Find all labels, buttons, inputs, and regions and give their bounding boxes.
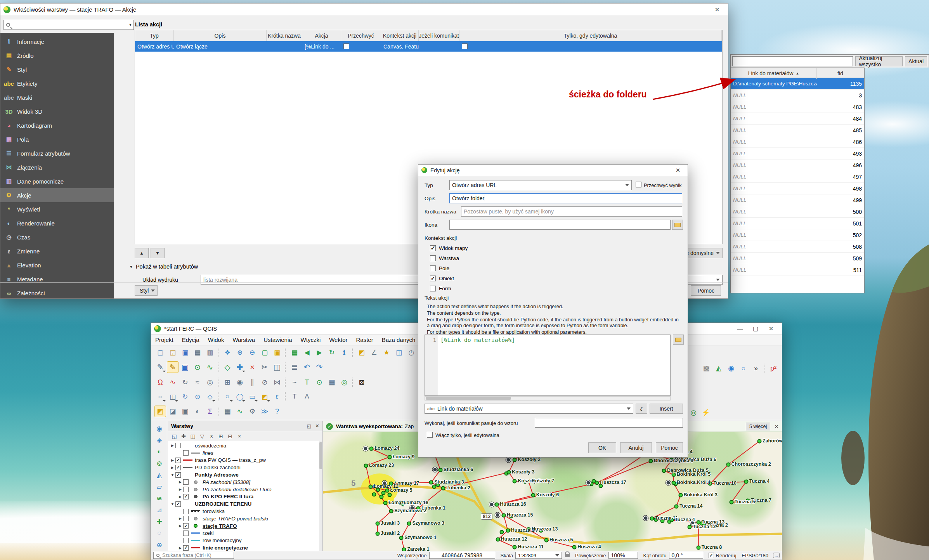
table-row[interactable]: NULL496	[731, 160, 864, 171]
menu-wektor[interactable]: Wektor	[325, 335, 352, 345]
table-row[interactable]: NULL509	[731, 253, 864, 264]
table-row[interactable]: NULL502	[731, 229, 864, 241]
layer-visibility-checkbox[interactable]: ✓	[175, 472, 181, 478]
current-edits-icon[interactable]: ✎	[154, 361, 166, 373]
column-header-fid[interactable]: fid	[817, 68, 864, 79]
layer-item-lines[interactable]: lines	[170, 449, 322, 457]
add-ring-icon[interactable]: ◎	[204, 376, 216, 388]
move-action-down-button[interactable]: ▼	[151, 248, 165, 258]
lock-scale-icon[interactable]	[565, 554, 570, 557]
field-calculator-icon[interactable]: ▦	[222, 406, 233, 417]
tree-arrow-icon[interactable]: ▶	[177, 517, 183, 520]
zoom-last-icon[interactable]: ◀	[301, 347, 313, 358]
update-all-button[interactable]: Aktualizuj wszystko	[855, 56, 903, 66]
action-code-editor[interactable]: 1 [%Link do materiałów%]	[425, 335, 671, 396]
shape-dotted-icon[interactable]: ◌	[154, 528, 165, 538]
scope-checkbox-obiekt[interactable]: ✓	[430, 276, 436, 281]
delete-selected-icon[interactable]: ×	[246, 361, 258, 373]
trace-icon[interactable]: ∿	[167, 376, 179, 388]
add-polygon-feature-icon[interactable]: ◇	[222, 361, 233, 373]
menu-projekt[interactable]: Projekt	[151, 335, 178, 345]
sidebar-item-czas[interactable]: ◷Czas	[0, 230, 114, 244]
shape-triangle-icon[interactable]: ◭	[154, 470, 165, 480]
help-contents-icon[interactable]: ?	[271, 406, 283, 417]
shape-oplus-icon[interactable]: ⊕	[154, 540, 165, 550]
table-row[interactable]: NULL486	[731, 136, 864, 148]
tree-arrow-icon[interactable]: ▶	[177, 487, 183, 491]
statistics-icon[interactable]: Σ	[204, 406, 216, 417]
layer-visibility-checkbox[interactable]: ✓	[175, 465, 181, 470]
move-action-up-button[interactable]: ▲	[135, 248, 149, 258]
layer-item-pa-zachodni-35308[interactable]: ▶PA zachodni [35308]	[170, 479, 322, 486]
more-messages-button[interactable]: 5 więcej	[746, 423, 770, 430]
column-header-przechwyć[interactable]: Przechwyć	[341, 30, 381, 41]
sidebar-item-złączenia[interactable]: ⋈Złączenia	[0, 160, 114, 174]
identify-icon[interactable]: ℹ	[338, 347, 350, 358]
layer-item-punkty-adresowe[interactable]: ▼✓Punkty Adresowe	[170, 471, 322, 479]
capture-checkbox[interactable]	[343, 43, 349, 49]
render-checkbox[interactable]: ✓	[709, 553, 714, 558]
manage-map-themes-icon[interactable]: ◫	[188, 432, 198, 440]
sidebar-item-źródło[interactable]: ▤Źródło	[0, 49, 114, 62]
raster-tools-icon[interactable]: ▩	[700, 362, 712, 374]
select-features-icon[interactable]: ◩	[259, 391, 270, 402]
column-header-jeżeli-komunikat[interactable]: Jeżeli komunikat	[419, 30, 459, 41]
zoom-to-selection-icon[interactable]: ▣	[271, 347, 283, 358]
refresh-icon[interactable]: ↻	[326, 347, 338, 358]
table-row[interactable]: NULL499	[731, 194, 864, 206]
chart-icon[interactable]: ∿	[234, 406, 246, 417]
grid-icon[interactable]: ▦	[326, 376, 338, 388]
filter-by-expression-icon[interactable]: ε	[207, 432, 216, 440]
layer-item-linie-energetyczne[interactable]: ▶✓linie energetyczne	[170, 544, 322, 551]
table-row[interactable]: NULL3	[731, 90, 864, 101]
editable-only-checkbox[interactable]	[427, 432, 433, 438]
column-header-opis[interactable]: Opis	[174, 30, 267, 41]
merge-features-icon[interactable]: ⋈	[271, 376, 283, 388]
layer-visibility-checkbox[interactable]	[175, 443, 181, 448]
column-header-tylko-gdy-edytowalna[interactable]: Tylko, gdy edytowalna	[459, 30, 722, 41]
add-point-feature-icon[interactable]: ⊙	[192, 361, 203, 373]
layers-scrollbar[interactable]	[319, 441, 322, 551]
sidebar-item-dane-pomocnicze[interactable]: ▥Dane pomocnicze	[0, 174, 114, 188]
layer-visibility-checkbox[interactable]: ✓	[183, 545, 189, 551]
tree-arrow-icon[interactable]: ▶	[177, 495, 183, 499]
tree-arrow-icon[interactable]: ▶	[170, 466, 175, 470]
layer-visibility-checkbox[interactable]: ✓	[175, 501, 181, 507]
reshape-icon[interactable]: ~	[289, 376, 300, 388]
short-name-input[interactable]: Pozostaw puste, by użyć samej ikony	[461, 206, 682, 217]
snapping-icon[interactable]: Ω	[154, 376, 166, 388]
close-black-icon[interactable]: ⊠	[356, 376, 367, 388]
select-rectangle-icon[interactable]: ◩	[356, 347, 367, 358]
remove-layer-icon[interactable]: ×	[235, 432, 244, 440]
processing-toolbox-icon[interactable]: ⚙	[246, 406, 258, 417]
layer-item-pa-zachodni-dodatkowe-i-tura[interactable]: ▶PA zachodni dodatkowe I tura	[170, 486, 322, 493]
label-icon[interactable]: T	[301, 376, 313, 388]
shape-plus-icon[interactable]: ✚	[154, 517, 165, 527]
cut-features-icon[interactable]: ✂	[259, 361, 270, 373]
lightning-icon[interactable]: ⚡	[700, 407, 712, 418]
expand-all-icon[interactable]: ⊞	[216, 432, 225, 440]
offset-curve-icon[interactable]: ∥	[246, 376, 258, 388]
table-row[interactable]: NULL508	[731, 241, 864, 253]
minimize-button[interactable]: —	[732, 323, 748, 335]
table-row[interactable]: NULL485	[731, 125, 864, 136]
save-project-icon[interactable]: ▣	[179, 347, 191, 358]
layer-item-pd-bialski-zachodni[interactable]: ▶✓PD bialski zachodni	[170, 464, 322, 471]
form-annotation-icon[interactable]: A	[301, 391, 313, 402]
undo-icon[interactable]: ↶	[301, 361, 313, 373]
circle-tool-icon[interactable]: ○	[222, 391, 233, 402]
layer-item-rów-melioracyjny[interactable]: rów melioracyjny	[170, 537, 322, 544]
browse-file-button[interactable]	[673, 335, 684, 345]
select-tool-icon[interactable]: ◩	[154, 406, 166, 417]
select-all-icon[interactable]: ▣	[179, 406, 191, 417]
scope-checkbox-warstwa[interactable]	[430, 255, 436, 261]
action-row[interactable]: Otwórz adres URLOtwórz łącze[%Link do ..…	[135, 41, 722, 52]
simplify-feature-icon[interactable]: ≈	[192, 376, 203, 388]
open-layer-styling-icon[interactable]: ◱	[170, 432, 179, 440]
filter-legend-icon[interactable]: ▽	[198, 432, 207, 440]
group-collapse-arrow-icon[interactable]: ▼	[129, 265, 133, 269]
locator-search-input[interactable]: Szukana fraza (Ctrl+K)	[153, 552, 234, 559]
crs-label[interactable]: EPSG:2180	[742, 553, 768, 558]
scope-checkbox-widok-mapy[interactable]: ✓	[430, 245, 436, 251]
split-features-icon[interactable]: ⊘	[259, 376, 270, 388]
